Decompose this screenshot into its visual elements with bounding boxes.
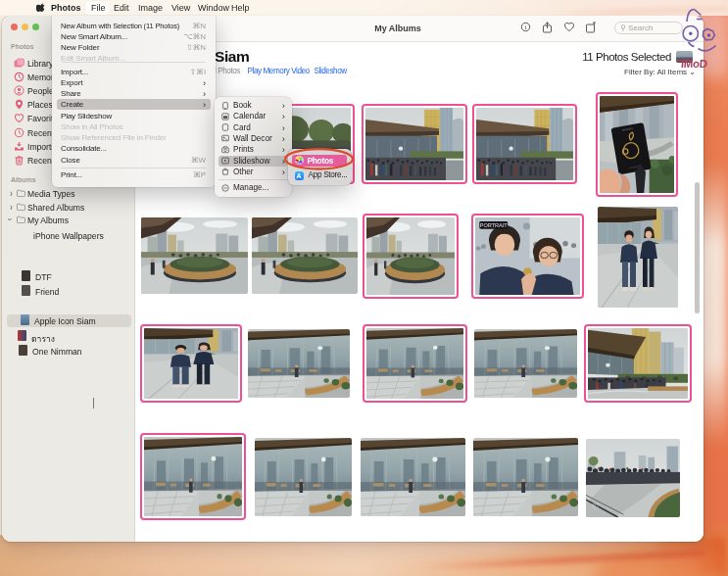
- svg-text:i: i: [525, 24, 527, 31]
- svg-text:iMoD: iMoD: [681, 59, 708, 71]
